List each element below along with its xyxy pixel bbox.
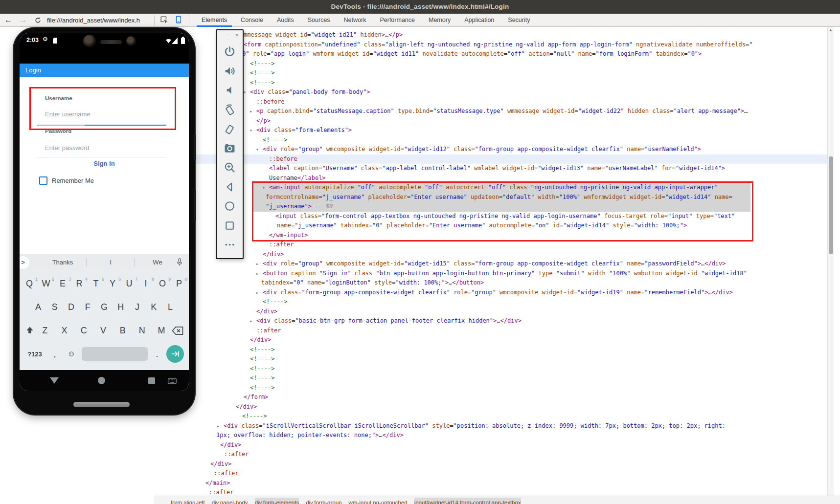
code-line[interactable]: ▸<button caption="Sign in" class="btn ap…	[154, 269, 834, 279]
tab-elements[interactable]: Elements	[195, 14, 234, 27]
expand-arrow-closed-icon[interactable]: ▸	[217, 421, 220, 431]
code-line[interactable]: 1px; overflow: hidden; pointer-events: n…	[154, 431, 834, 440]
code-line[interactable]: <!---->	[154, 373, 834, 383]
code-line[interactable]: </div>	[154, 440, 834, 450]
enter-key[interactable]	[166, 345, 184, 363]
suggestion-word[interactable]: I	[91, 254, 130, 270]
forward-button[interactable]: →	[17, 14, 29, 27]
code-line[interactable]: <label caption="Username" class="app-lab…	[154, 164, 834, 174]
code-line[interactable]: </div>	[154, 402, 834, 412]
key-z[interactable]: Z	[39, 326, 51, 336]
code-line[interactable]: name="j_username" tabindex="0" placehold…	[154, 221, 834, 231]
code-line[interactable]: ▸<div class="basic-btn-grp form-action p…	[154, 316, 834, 326]
screenshot-icon[interactable]	[223, 141, 237, 155]
inspect-icon[interactable]	[159, 15, 170, 25]
tab-sources[interactable]: Sources	[301, 14, 337, 27]
expand-arrow-closed-icon[interactable]: ▸	[256, 288, 259, 298]
tab-performance[interactable]: Performance	[373, 14, 422, 27]
code-line[interactable]: ▸<div class="iScrollVerticalScrollbar iS…	[154, 421, 834, 431]
key-t[interactable]: T5	[89, 279, 103, 289]
code-line[interactable]: ▾<form captionposition="undefined" class…	[154, 40, 834, 50]
code-line[interactable]: <!---->	[154, 78, 834, 88]
code-line[interactable]: ::after	[154, 450, 834, 460]
home-icon[interactable]	[223, 199, 237, 214]
breadcrumb-item[interactable]: wm-input.ng-untouched	[348, 498, 407, 504]
code-line[interactable]: <!---->	[154, 68, 834, 78]
nav-back-button[interactable]	[50, 377, 59, 384]
nav-home-button[interactable]	[98, 377, 105, 384]
expand-arrow-closed-icon[interactable]: ▸	[256, 259, 259, 269]
expand-arrow-open-icon[interactable]: ▾	[250, 126, 252, 135]
code-line[interactable]: <!---->	[154, 383, 834, 393]
breadcrumb-item[interactable]: input#widget-id14.form-control.app-textb…	[414, 498, 521, 504]
panel-scrollbar[interactable]: ▲	[827, 27, 834, 496]
tab-security[interactable]: Security	[501, 14, 537, 27]
key-c[interactable]: C	[77, 326, 90, 336]
code-line[interactable]: mmessage widget-id="widget-id21" hidden>…	[154, 30, 834, 40]
backspace-key[interactable]	[171, 326, 184, 335]
overview-icon[interactable]	[223, 218, 237, 233]
code-line[interactable]: </wm-input>	[154, 231, 834, 241]
code-line[interactable]: ▸<div class="form-group app-composite-wi…	[154, 288, 834, 298]
code-line[interactable]: <input class="form-control app-textbox n…	[154, 212, 834, 221]
code-line[interactable]: </div>	[154, 250, 834, 260]
suggestion-word[interactable]: We	[138, 254, 177, 270]
toolbar-minimize-button[interactable]: −	[227, 32, 231, 39]
key-g[interactable]: G	[97, 302, 111, 312]
scroll-up-arrow[interactable]: ▲	[829, 28, 833, 32]
code-line[interactable]: ::after	[154, 326, 834, 336]
code-line[interactable]: formcontrolname="j_username" placeholder…	[154, 193, 834, 202]
space-key[interactable]	[82, 347, 148, 361]
code-line[interactable]: tabindex="0" name="loginButton" style="w…	[154, 278, 834, 288]
url-text[interactable]: file:///android_asset/www/index.h	[47, 14, 140, 27]
code-line[interactable]: "j_username"> == $0	[154, 202, 834, 212]
code-line[interactable]: </form>	[154, 393, 834, 402]
rotate-left-icon[interactable]	[223, 102, 237, 117]
code-line[interactable]: ::before	[154, 97, 834, 107]
code-line[interactable]: ▸<p caption.bind="statusMessage.caption"…	[154, 107, 834, 116]
tab-network[interactable]: Network	[337, 14, 373, 27]
key-s[interactable]: S	[48, 302, 62, 312]
zoom-icon[interactable]	[223, 160, 237, 175]
code-line[interactable]: ::after	[154, 469, 834, 479]
key-p[interactable]: P0	[172, 279, 186, 289]
key-o[interactable]: O9	[156, 279, 169, 289]
key-r[interactable]: R4	[72, 279, 86, 289]
toolbar-close-button[interactable]: ×	[235, 32, 239, 39]
tab-console[interactable]: Console	[234, 14, 270, 27]
tab-memory[interactable]: Memory	[422, 14, 457, 27]
code-line[interactable]: <!---->	[154, 345, 834, 355]
code-line[interactable]: <!---->	[154, 297, 834, 307]
key-h[interactable]: H	[114, 302, 128, 312]
expand-arrow-open-icon[interactable]: ▾	[262, 183, 265, 193]
code-line[interactable]: Username</label>	[154, 174, 834, 183]
code-line[interactable]: <!---->	[154, 354, 834, 364]
breadcrumb-item[interactable]: div.form-elements	[255, 498, 299, 504]
key-u[interactable]: U7	[122, 279, 136, 289]
breadcrumb-item[interactable]: form.align-left	[171, 498, 205, 504]
code-line[interactable]: </p>	[154, 116, 834, 126]
code-line[interactable]: ▾<div role="group" wmcomposite widget-id…	[154, 145, 834, 154]
power-icon[interactable]	[223, 44, 237, 59]
key-q[interactable]: Q1	[23, 279, 36, 289]
key-l[interactable]: L	[163, 302, 177, 312]
password-input[interactable]: Enter password	[45, 144, 89, 152]
symbols-key[interactable]: ?123	[24, 351, 45, 358]
scrollbar-thumb[interactable]	[829, 156, 833, 254]
microphone-icon[interactable]	[175, 258, 184, 267]
code-line[interactable]: ::before	[154, 154, 834, 164]
code-line[interactable]: ▾<div class="panel-body form-body">	[154, 88, 834, 97]
key-x[interactable]: X	[58, 326, 71, 336]
breadcrumb-item[interactable]: div.form-group	[306, 498, 341, 504]
key-y[interactable]: Y6	[106, 279, 119, 289]
code-line[interactable]: </div>	[154, 460, 834, 469]
key-w[interactable]: W2	[39, 279, 53, 289]
key-j[interactable]: J	[131, 302, 144, 312]
key-i[interactable]: I8	[139, 279, 153, 289]
breadcrumb-item[interactable]: div.panel-body	[212, 498, 248, 504]
expand-arrow-closed-icon[interactable]: ▸	[250, 107, 252, 116]
remember-checkbox[interactable]	[39, 176, 47, 185]
tab-application[interactable]: Application	[457, 14, 501, 27]
code-line[interactable]: <!---->	[154, 135, 834, 145]
key-v[interactable]: V	[97, 326, 110, 336]
